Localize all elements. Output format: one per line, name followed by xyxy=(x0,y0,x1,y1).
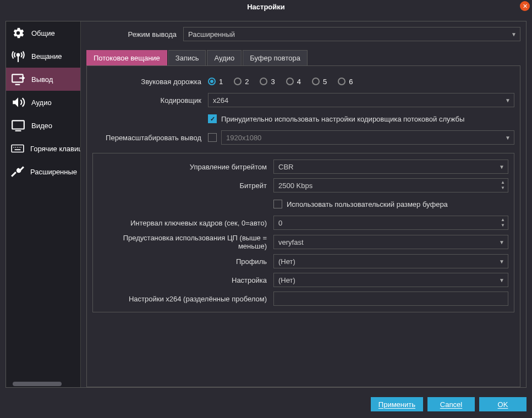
rescale-row: Перемасштабировать вывод 1920x1080 ▼ xyxy=(86,130,514,145)
chevron-down-icon: ▼ xyxy=(511,31,517,37)
cpu-preset-row: Предустановка использования ЦП (выше = м… xyxy=(98,234,508,250)
sidebar-item-label: Горячие клавиши xyxy=(30,145,80,153)
encoder-settings-group: Управление битрейтом CBR ▼ Битрейт 2500 … xyxy=(92,153,514,312)
x264opts-label: Настройки x264 (разделённые пробелом) xyxy=(98,295,269,303)
tune-label: Настройка xyxy=(98,276,269,284)
sidebar-item-label: Вывод xyxy=(31,75,53,84)
ok-button[interactable]: OK xyxy=(479,397,526,411)
custom-buffer-checkbox[interactable] xyxy=(273,200,282,208)
sidebar-item-output[interactable]: Вывод xyxy=(6,68,80,91)
sidebar: Общие Вещание Вывод Аудио xyxy=(6,21,81,387)
tab-recording[interactable]: Запись xyxy=(168,50,206,65)
radio-track-2[interactable] xyxy=(234,78,242,85)
tab-audio[interactable]: Аудио xyxy=(207,50,242,65)
chevron-down-icon: ▼ xyxy=(499,258,504,265)
keyint-row: Интервал ключевых кадров (сек, 0=авто) 0… xyxy=(98,215,508,230)
rate-control-label: Управление битрейтом xyxy=(98,163,269,171)
sidebar-item-video[interactable]: Видео xyxy=(6,114,80,137)
sidebar-item-label: Расширенные xyxy=(30,168,77,176)
video-icon xyxy=(10,118,26,133)
encoder-select[interactable]: x264 ▼ xyxy=(208,93,514,107)
tools-icon xyxy=(10,164,25,179)
rescale-label: Перемасштабировать вывод xyxy=(86,134,204,142)
sidebar-item-general[interactable]: Общие xyxy=(6,21,80,45)
profile-row: Профиль (Нет) ▼ xyxy=(98,254,508,269)
sidebar-scrollbar[interactable] xyxy=(6,381,80,387)
x264opts-input[interactable] xyxy=(273,292,508,306)
sidebar-list: Общие Вещание Вывод Аудио xyxy=(6,21,80,381)
bitrate-input[interactable]: 2500 Kbps ▲▼ xyxy=(273,178,508,193)
profile-select[interactable]: (Нет) ▼ xyxy=(273,254,508,268)
encoder-row: Кодировщик x264 ▼ xyxy=(86,92,514,108)
rescale-select[interactable]: 1920x1080 ▼ xyxy=(221,130,514,145)
settings-frame: Общие Вещание Вывод Аудио xyxy=(6,21,526,388)
chevron-down-icon: ▼ xyxy=(499,164,504,170)
sidebar-item-stream[interactable]: Вещание xyxy=(6,45,80,68)
tune-row: Настройка (Нет) ▼ xyxy=(98,272,508,288)
chevron-down-icon: ▼ xyxy=(505,97,511,103)
svg-rect-4 xyxy=(12,120,24,129)
sidebar-item-label: Аудио xyxy=(31,98,52,107)
rate-control-select[interactable]: CBR ▼ xyxy=(273,160,508,174)
x264opts-row: Настройки x264 (разделённые пробелом) xyxy=(98,291,508,306)
chevron-down-icon: ▼ xyxy=(505,135,511,141)
dialog-footer: Применить Cancel OK xyxy=(371,397,526,411)
radio-track-6[interactable] xyxy=(338,78,345,85)
audio-track-radios: 1 2 3 4 5 6 xyxy=(208,78,514,86)
bitrate-row: Битрейт 2500 Kbps ▲▼ xyxy=(98,178,508,193)
audio-icon xyxy=(10,95,26,110)
close-button[interactable]: ✕ xyxy=(520,1,530,11)
radio-track-3[interactable] xyxy=(260,78,267,85)
sidebar-item-label: Видео xyxy=(31,122,52,130)
sidebar-item-audio[interactable]: Аудио xyxy=(6,91,80,114)
radio-track-1[interactable] xyxy=(208,78,216,85)
radio-track-4[interactable] xyxy=(286,78,294,85)
spinner-buttons[interactable]: ▲▼ xyxy=(499,180,507,191)
audio-track-row: Звуковая дорожка 1 2 3 4 5 6 xyxy=(86,74,514,89)
bitrate-label: Битрейт xyxy=(98,182,269,190)
sidebar-item-advanced[interactable]: Расширенные xyxy=(6,160,80,183)
custom-buffer-row: Использовать пользовательский размер буф… xyxy=(98,196,508,212)
tune-select[interactable]: (Нет) ▼ xyxy=(273,273,508,287)
svg-rect-6 xyxy=(12,145,24,152)
output-mode-row: Режим вывода Расширенный ▼ xyxy=(86,27,520,41)
encoder-label: Кодировщик xyxy=(86,96,204,105)
spinner-buttons[interactable]: ▲▼ xyxy=(499,217,507,228)
output-icon xyxy=(10,72,26,87)
keyboard-icon xyxy=(10,141,25,156)
enforce-label: Принудительно использовать настройки код… xyxy=(221,115,464,123)
tab-replay-buffer[interactable]: Буфер повтора xyxy=(243,50,308,65)
output-mode-select[interactable]: Расширенный ▼ xyxy=(183,27,520,41)
sidebar-item-label: Общие xyxy=(31,29,55,37)
keyint-label: Интервал ключевых кадров (сек, 0=авто) xyxy=(98,219,269,227)
streaming-panel: Звуковая дорожка 1 2 3 4 5 6 Кодировщик … xyxy=(86,65,520,387)
cancel-button[interactable]: Cancel xyxy=(427,397,475,411)
broadcast-icon xyxy=(10,48,26,64)
chevron-down-icon: ▼ xyxy=(499,277,504,283)
radio-track-5[interactable] xyxy=(312,78,320,85)
enforce-row: Принудительно использовать настройки код… xyxy=(86,111,514,127)
keyint-input[interactable]: 0 ▲▼ xyxy=(273,216,508,230)
chevron-down-icon: ▼ xyxy=(499,239,504,245)
output-mode-label: Режим вывода xyxy=(86,30,180,38)
rescale-checkbox[interactable] xyxy=(208,133,217,142)
apply-button[interactable]: Применить xyxy=(371,397,423,411)
svg-point-0 xyxy=(17,54,19,56)
main-panel: Режим вывода Расширенный ▼ Потоковое вещ… xyxy=(81,21,526,387)
audio-track-label: Звуковая дорожка xyxy=(86,78,204,86)
enforce-checkbox[interactable] xyxy=(208,114,217,123)
tabs: Потоковое вещание Запись Аудио Буфер пов… xyxy=(86,50,520,65)
profile-label: Профиль xyxy=(98,257,269,266)
gear-icon xyxy=(10,25,26,41)
titlebar: Настройки ✕ xyxy=(0,0,532,13)
cpu-preset-select[interactable]: veryfast ▼ xyxy=(273,235,508,249)
tab-streaming[interactable]: Потоковое вещание xyxy=(86,50,167,65)
rate-control-row: Управление битрейтом CBR ▼ xyxy=(98,159,508,174)
custom-buffer-label: Использовать пользовательский размер буф… xyxy=(287,200,448,208)
window-title: Настройки xyxy=(247,3,285,11)
output-mode-value: Расширенный xyxy=(188,30,235,38)
sidebar-item-hotkeys[interactable]: Горячие клавиши xyxy=(6,137,80,160)
scrollbar-thumb[interactable] xyxy=(13,382,62,386)
sidebar-item-label: Вещание xyxy=(31,52,62,61)
cpu-preset-label: Предустановка использования ЦП (выше = м… xyxy=(98,234,269,250)
